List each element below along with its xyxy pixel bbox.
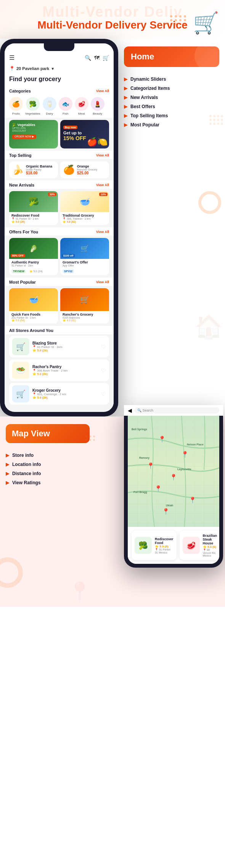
map-icon[interactable]: 🗺: [94, 55, 100, 61]
most-popular-view-all[interactable]: View All: [96, 280, 109, 284]
new-arrivals-header: New Arrivals View All: [5, 180, 114, 189]
offer-card-2[interactable]: 🛒 $100 off Gromart's Offer App Offer SPY…: [60, 238, 109, 275]
bg-pin-icon: 📍: [68, 581, 92, 603]
arrival-discount-2: 10%: [99, 193, 108, 196]
arrow-icon-6: ▶: [124, 122, 127, 128]
store-item-2[interactable]: 🥗 Rachor's Pantry 📍 366 Avon Trade · 2 k…: [9, 359, 109, 381]
location-bar[interactable]: 📍 20 Pavelian park ▼: [5, 64, 114, 74]
store-item-1[interactable]: 🛒 Blazing Store 📍 91 Parker St · 1km ⭐ 5…: [9, 336, 109, 357]
store-details-2: Rachor's Pantry 📍 366 Avon Trade · 2 km …: [32, 365, 98, 376]
arrival-info-1: Rediscover Food 📍 91 Parker St · 2 km ⭐ …: [9, 212, 58, 225]
categories-header: Categories View All: [5, 86, 114, 95]
offer-img-1: 🥬 60% OFF: [9, 238, 58, 259]
stores-label: All Stores Around You: [9, 328, 53, 333]
map-store-card-1[interactable]: 🥦 Rediscover Food ⭐ 5.0 (8) 📍 91 Parker …: [132, 531, 177, 560]
banner-order-btn[interactable]: ORDER NOW ▶: [12, 134, 36, 139]
category-fruits[interactable]: 🍊 Fruits: [9, 97, 23, 115]
offers-view-all[interactable]: View All: [96, 230, 109, 234]
store-rating-2: ⭐ 5.0 (26): [32, 372, 98, 376]
offer-name-2: Gromart's Offer: [63, 260, 107, 264]
offer-img-2: 🛒 $100 off: [60, 238, 109, 259]
popular-img-2: 🛒: [60, 288, 109, 311]
feature-label-2: Categorized Items: [130, 86, 170, 91]
category-meat[interactable]: 🥩 Meat: [75, 97, 88, 115]
popular-name-2: Rancher's Grocery: [63, 313, 107, 316]
arrow-icon-4: ▶: [124, 104, 127, 109]
category-beauty[interactable]: 💄 Beauty: [91, 97, 104, 115]
find-grocery-title: Find your grocery: [5, 74, 114, 86]
map-back-btn[interactable]: ◀: [128, 409, 132, 413]
hero-title: Multi-Vendor Delivery Service: [8, 19, 217, 31]
fish-label: Fish: [63, 112, 68, 115]
bg-circle-1: [198, 191, 221, 214]
location-pin-icon: 📍: [9, 66, 15, 71]
map-search-input[interactable]: 🔍 Search: [134, 409, 219, 413]
map-label-4: Laytonville: [177, 468, 191, 471]
arrow-icon-1: ▶: [124, 77, 127, 82]
most-popular-header: Most Popular View All: [5, 278, 114, 286]
phone-frame: ☰ 🔍 🗺 🛒 📍 20 Pavelian park ▼ Find your g…: [0, 39, 118, 416]
product-banana[interactable]: 🍌 Organic Banana Dollar Pantry $18.00: [9, 161, 58, 178]
most-popular-label: Most Popular: [9, 280, 36, 284]
map-phone-screen: ◀ 🔍 Search: [128, 409, 219, 564]
popular-card-2[interactable]: 🛒 Rancher's Grocery 6205 Babicora ⭐ 4.0 …: [60, 288, 109, 324]
map-store-name-1: Rediscover Food: [155, 537, 174, 545]
banner-fruit-emoji: 🍎🍋: [87, 137, 108, 147]
map-arrow-4: ▶: [6, 480, 9, 485]
map-header-bar: ◀ 🔍 Search: [128, 409, 219, 416]
banner-dark-tag: Buy now: [63, 126, 77, 129]
arrival-info-2: Traditional Grocery 📍 306, Trabeon · 2 k…: [60, 212, 109, 225]
map-label-3: Ramsey: [139, 456, 149, 459]
categories-view-all[interactable]: View All: [96, 89, 109, 93]
category-vegetables[interactable]: 🥦 Vegetables: [25, 97, 40, 115]
feature-label-5: Top Selling Items: [130, 113, 168, 118]
offers-header: Offers For You View All: [5, 227, 114, 236]
category-fish[interactable]: 🐟 Fish: [59, 97, 72, 115]
wishlist-icon-2[interactable]: ♡: [101, 367, 106, 373]
store-img-2: 🥗: [12, 362, 29, 379]
categories-row: 🍊 Fruits 🥦 Vegetables 🥛 Dairy 🐟 Fish: [5, 95, 114, 118]
arrival-rating-2: ⭐ 4.0 (82): [63, 220, 107, 223]
top-selling-view-all[interactable]: View All: [96, 153, 109, 157]
bottom-left-bg: 📍: [0, 416, 95, 607]
wishlist-icon-1[interactable]: ♡: [101, 344, 106, 350]
hamburger-icon[interactable]: ☰: [9, 54, 14, 61]
wishlist-icon-3[interactable]: ♡: [101, 391, 106, 397]
map-pin-5: 📍: [154, 485, 162, 492]
map-store-rating-1: ⭐ 5.0 (8): [155, 545, 174, 548]
location-dropdown-icon: ▼: [51, 67, 55, 71]
popular-row: 🥣 Quick Fare Foods 201 Parker St · 2 km …: [5, 286, 114, 326]
store-item-3[interactable]: 🛒 Kroger Grocery 📍 601, Cambrige · 2 km …: [9, 383, 109, 405]
feature-label-1: Dynamic Sliders: [130, 77, 166, 82]
home-banner-title: Home: [131, 52, 212, 62]
offer-rating-1: ⭐ 5.0 (24): [29, 270, 43, 273]
category-dairy[interactable]: 🥛 Dairy: [43, 97, 56, 115]
banner-green-discount: UPTO 20%: [12, 127, 55, 129]
map-store-card-2[interactable]: 🥩 Brazilian Steak House ⭐ 5.0 (6) 📍 86 V…: [180, 531, 219, 560]
map-store-rating-2: ⭐ 5.0 (6): [203, 545, 217, 549]
bg-circle-2: [0, 557, 23, 588]
offer-info-1: Authentic Pantry 91 Parker st · 1km TRYN…: [9, 259, 58, 275]
search-icon[interactable]: 🔍: [85, 55, 91, 61]
new-arrivals-view-all[interactable]: View All: [96, 183, 109, 187]
fruits-icon: 🍊: [9, 97, 23, 111]
store-loc-3: 📍 601, Cambrige · 2 km: [32, 393, 98, 396]
popular-card-1[interactable]: 🥣 Quick Fare Foods 201 Parker St · 2 km …: [9, 288, 58, 324]
veg-icon: 🥦: [26, 97, 40, 111]
arrival-card-2[interactable]: 🥣 10% Traditional Grocery 📍 306, Trabeon…: [60, 191, 109, 225]
product-orange[interactable]: 🍊 Orange Rancher Grocery $25.00: [60, 161, 109, 178]
cart-icon[interactable]: 🛒: [103, 55, 109, 61]
feature-most-popular: ▶ Most Popular: [124, 120, 219, 129]
store-details-1: Blazing Store 📍 91 Parker St · 1km ⭐ 5.0…: [32, 341, 98, 352]
banner-green: 🥦 Vegetables UPTO 20% DISCOUNT ORDER NOW…: [9, 120, 58, 148]
popular-info-1: Quick Fare Foods 201 Parker St · 2 km ⭐ …: [9, 311, 58, 324]
orange-store: Rancher Grocery: [77, 168, 97, 171]
banner-green-title: 🥦 Vegetables: [12, 123, 55, 127]
map-store-name-2: Brazilian Steak House: [203, 534, 217, 545]
offers-row: 🥬 60% OFF Authentic Pantry 91 Parker st …: [5, 236, 114, 278]
offer-card-1[interactable]: 🥬 60% OFF Authentic Pantry 91 Parker st …: [9, 238, 58, 275]
arrival-card-1[interactable]: 🥦 30% Rediscover Food 📍 91 Parker St · 2…: [9, 191, 58, 225]
banner-green-discount-sub: DISCOUNT: [12, 129, 55, 132]
store-loc-2: 📍 366 Avon Trade · 2 km: [32, 369, 98, 372]
store-rating-1: ⭐ 5.0 (26): [32, 349, 98, 352]
